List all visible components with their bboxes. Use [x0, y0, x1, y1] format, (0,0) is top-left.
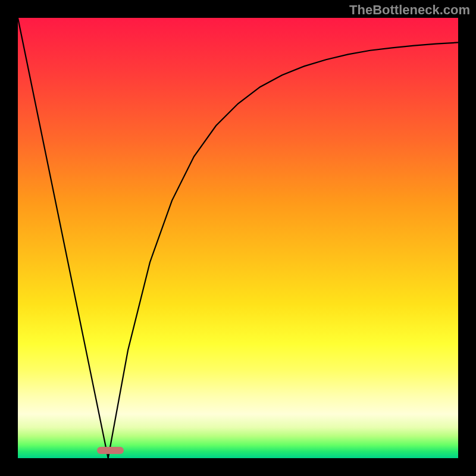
right-curve [108, 42, 458, 458]
left-line [18, 18, 108, 458]
plot-area [18, 18, 458, 458]
chart-frame: TheBottleneck.com [0, 0, 476, 476]
watermark-text: TheBottleneck.com [349, 2, 470, 18]
curve-layer [18, 18, 458, 458]
minimum-marker [97, 447, 123, 454]
